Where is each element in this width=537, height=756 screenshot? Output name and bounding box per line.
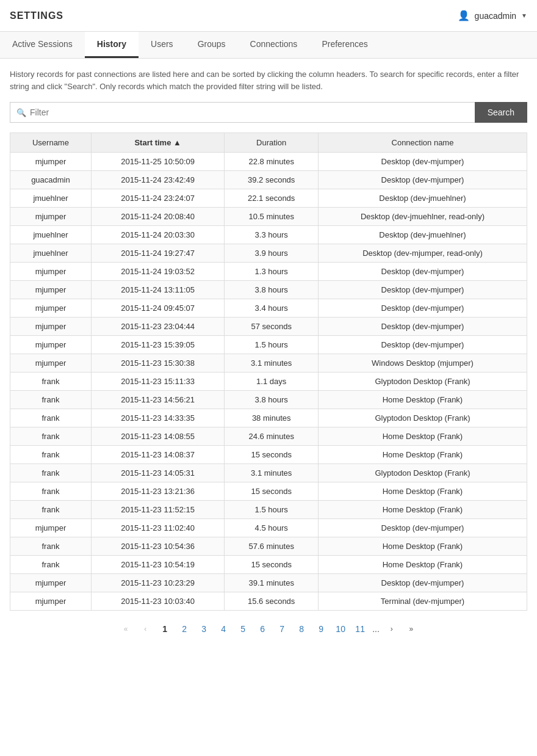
- table-body: mjumper2015-11-25 10:50:0922.8 minutesDe…: [10, 153, 527, 611]
- table-row: frank2015-11-23 14:33:3538 minutesGlypto…: [10, 409, 527, 427]
- table-row: frank2015-11-23 14:08:3715 secondsHome D…: [10, 446, 527, 464]
- header: SETTINGS 👤 guacadmin ▼: [0, 0, 537, 32]
- cell-start-time: 2015-11-23 15:30:38: [91, 354, 225, 373]
- cell-start-time: 2015-11-23 23:04:44: [91, 318, 225, 336]
- next-page-button[interactable]: ›: [383, 620, 400, 638]
- user-menu[interactable]: 👤 guacadmin ▼: [458, 10, 527, 21]
- tab-preferences[interactable]: Preferences: [309, 32, 380, 58]
- cell-username: frank: [10, 427, 92, 446]
- search-button[interactable]: Search: [475, 102, 527, 123]
- search-icon: 🔍: [16, 108, 26, 117]
- table-row: jmuehlner2015-11-24 23:24:0722.1 seconds…: [10, 189, 527, 208]
- page-2-button[interactable]: 2: [176, 620, 193, 638]
- cell-username: mjumper: [10, 354, 92, 373]
- cell-duration: 15.6 seconds: [225, 592, 319, 611]
- prev-page-button[interactable]: ‹: [137, 620, 154, 638]
- cell-username: jmuehlner: [10, 189, 92, 208]
- table-row: frank2015-11-23 11:52:151.5 hoursHome De…: [10, 501, 527, 519]
- cell-duration: 57 seconds: [225, 318, 319, 336]
- cell-duration: 15 seconds: [225, 482, 319, 501]
- table-row: frank2015-11-23 14:56:213.8 hoursHome De…: [10, 391, 527, 409]
- cell-duration: 3.3 hours: [225, 226, 319, 244]
- user-icon: 👤: [458, 10, 470, 21]
- cell-start-time: 2015-11-23 10:54:19: [91, 556, 225, 574]
- cell-start-time: 2015-11-24 23:42:49: [91, 171, 225, 189]
- table-row: frank2015-11-23 10:54:1915 secondsHome D…: [10, 556, 527, 574]
- cell-connection-name: Desktop (dev-mjumper): [318, 574, 527, 592]
- cell-duration: 1.1 days: [225, 373, 319, 391]
- table-row: mjumper2015-11-23 15:39:051.5 hoursDeskt…: [10, 336, 527, 354]
- col-start-time[interactable]: Start time ▲: [91, 133, 225, 153]
- content-area: History records for past connections are…: [0, 59, 537, 647]
- cell-duration: 3.9 hours: [225, 244, 319, 263]
- cell-username: mjumper: [10, 263, 92, 281]
- cell-duration: 1.5 hours: [225, 501, 319, 519]
- cell-connection-name: Desktop (dev-mjumper): [318, 318, 527, 336]
- table-row: mjumper2015-11-23 23:04:4457 secondsDesk…: [10, 318, 527, 336]
- col-connection-name: Connection name: [318, 133, 527, 153]
- page-9-button[interactable]: 9: [312, 620, 330, 638]
- cell-username: frank: [10, 501, 92, 519]
- cell-username: frank: [10, 556, 92, 574]
- cell-username: jmuehlner: [10, 244, 92, 263]
- table-row: mjumper2015-11-23 15:30:383.1 minutesWin…: [10, 354, 527, 373]
- page-11-button[interactable]: 11: [351, 620, 369, 638]
- page-4-button[interactable]: 4: [215, 620, 232, 638]
- cell-duration: 10.5 minutes: [225, 208, 319, 226]
- tab-history[interactable]: History: [85, 32, 139, 58]
- table-row: mjumper2015-11-24 19:03:521.3 hoursDeskt…: [10, 263, 527, 281]
- pagination: « ‹ 1 2 3 4 5 6 7 8 9 10 11 ... › »: [10, 611, 527, 647]
- table-header: Username Start time ▲ Duration Connectio…: [10, 133, 527, 153]
- cell-username: frank: [10, 464, 92, 482]
- cell-connection-name: Terminal (dev-mjumper): [318, 592, 527, 611]
- username-label: guacadmin: [475, 11, 517, 21]
- table-row: mjumper2015-11-24 13:11:053.8 hoursDeskt…: [10, 281, 527, 299]
- col-duration: Duration: [225, 133, 319, 153]
- tab-groups[interactable]: Groups: [186, 32, 238, 58]
- cell-connection-name: Home Desktop (Frank): [318, 556, 527, 574]
- cell-duration: 15 seconds: [225, 556, 319, 574]
- col-username: Username: [10, 133, 92, 153]
- table-row: mjumper2015-11-24 09:45:073.4 hoursDeskt…: [10, 299, 527, 318]
- cell-start-time: 2015-11-23 11:02:40: [91, 519, 225, 537]
- cell-duration: 3.1 minutes: [225, 464, 319, 482]
- page-ellipsis: ...: [371, 624, 381, 634]
- page-7-button[interactable]: 7: [273, 620, 290, 638]
- cell-start-time: 2015-11-23 14:08:55: [91, 427, 225, 446]
- cell-connection-name: Desktop (dev-mjumper): [318, 263, 527, 281]
- table-row: guacadmin2015-11-24 23:42:4939.2 seconds…: [10, 171, 527, 189]
- first-page-button[interactable]: «: [117, 620, 134, 638]
- cell-connection-name: Desktop (dev-jmuehlner, read-only): [318, 208, 527, 226]
- chevron-down-icon: ▼: [521, 12, 527, 19]
- tab-users[interactable]: Users: [139, 32, 186, 58]
- cell-start-time: 2015-11-24 19:03:52: [91, 263, 225, 281]
- cell-start-time: 2015-11-23 14:56:21: [91, 391, 225, 409]
- cell-duration: 3.8 hours: [225, 391, 319, 409]
- page-8-button[interactable]: 8: [293, 620, 310, 638]
- last-page-button[interactable]: »: [403, 620, 420, 638]
- tab-connections[interactable]: Connections: [238, 32, 310, 58]
- tab-active-sessions[interactable]: Active Sessions: [0, 32, 85, 58]
- cell-username: mjumper: [10, 336, 92, 354]
- table-row: mjumper2015-11-23 10:03:4015.6 secondsTe…: [10, 592, 527, 611]
- cell-username: frank: [10, 373, 92, 391]
- cell-start-time: 2015-11-23 10:23:29: [91, 574, 225, 592]
- cell-start-time: 2015-11-25 10:50:09: [91, 153, 225, 171]
- table-row: jmuehlner2015-11-24 19:27:473.9 hoursDes…: [10, 244, 527, 263]
- cell-duration: 22.8 minutes: [225, 153, 319, 171]
- history-table: Username Start time ▲ Duration Connectio…: [10, 133, 527, 611]
- cell-username: mjumper: [10, 208, 92, 226]
- cell-connection-name: Desktop (dev-mjumper): [318, 336, 527, 354]
- cell-start-time: 2015-11-24 20:03:30: [91, 226, 225, 244]
- page-6-button[interactable]: 6: [254, 620, 271, 638]
- cell-duration: 22.1 seconds: [225, 189, 319, 208]
- cell-username: guacadmin: [10, 171, 92, 189]
- table-row: frank2015-11-23 10:54:3657.6 minutesHome…: [10, 537, 527, 556]
- cell-connection-name: Desktop (dev-jmuehlner): [318, 189, 527, 208]
- table-row: mjumper2015-11-24 20:08:4010.5 minutesDe…: [10, 208, 527, 226]
- cell-start-time: 2015-11-24 09:45:07: [91, 299, 225, 318]
- page-3-button[interactable]: 3: [195, 620, 212, 638]
- page-5-button[interactable]: 5: [234, 620, 251, 638]
- page-10-button[interactable]: 10: [332, 620, 349, 638]
- filter-input[interactable]: [30, 107, 469, 117]
